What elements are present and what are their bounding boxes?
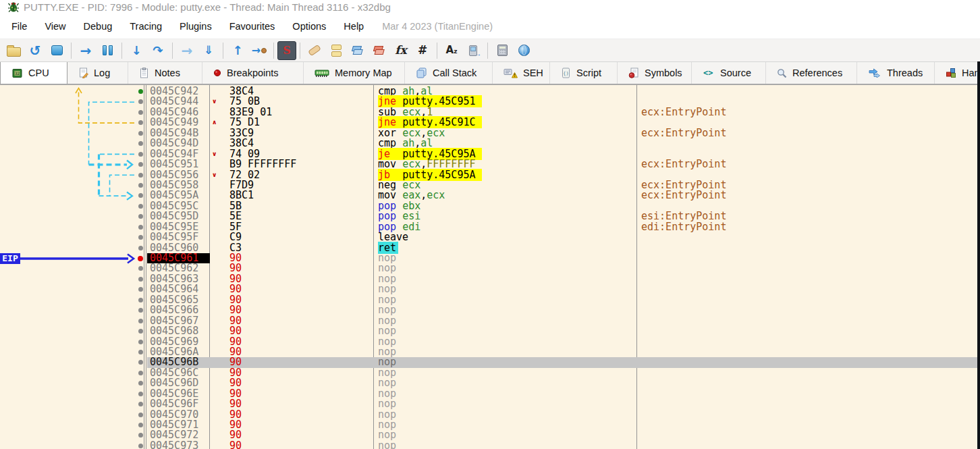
breakpoint-bullet[interactable] [138,235,143,240]
comment-icon[interactable] [325,41,347,60]
breakpoint-bullet[interactable] [138,99,143,104]
disasm-row[interactable]: 0045C96690nop [0,305,980,315]
bookmark-icon[interactable] [369,41,390,60]
tab-notes[interactable]: Notes [128,62,202,84]
disasm-row[interactable]: 0045C944∨75 0Bjne putty.45C951 [0,97,980,107]
hash-icon[interactable]: # [412,41,433,60]
tab-threads[interactable]: Threads [857,62,935,84]
menu-file[interactable]: File [3,18,36,34]
breakpoint-bullet[interactable] [138,423,143,427]
breakpoint-bullet[interactable] [138,287,143,292]
run-to-user-code-icon[interactable]: ⇓ [198,41,219,60]
disasm-row[interactable]: 0045C94683E9 01sub ecx,1ecx:EntryPoint [0,107,980,117]
disasm-row[interactable]: 0045C96990nop [0,337,980,347]
disasm-row[interactable]: 0045C96F90nop [0,399,980,409]
breakpoint-bullet[interactable] [138,89,143,94]
disasm-row[interactable]: 0045C96490nop [0,284,980,294]
breakpoint-bullet[interactable] [138,392,143,396]
disasm-row[interactable]: 0045C97090nop [0,410,980,420]
disasm-row[interactable]: 0045C96890nop [0,326,980,336]
disasm-row[interactable]: 0045C94F∨74 09je putty.45C95A [0,149,980,159]
breakpoint-bullet[interactable] [138,246,143,250]
breakpoint-bullet[interactable] [138,360,143,365]
disasm-row[interactable]: 0045C96590nop [0,295,980,305]
breakpoint-bullet[interactable] [138,152,143,157]
breakpoint-bullet[interactable] [138,329,143,334]
menu-view[interactable]: View [36,18,74,34]
tab-cpu[interactable]: 32CPU [0,62,67,84]
open-file-icon[interactable] [3,41,24,60]
breakpoint-bullet[interactable] [138,162,143,167]
disasm-row[interactable]: 0045C96E90nop [0,389,980,399]
disasm-row[interactable]: 0045C95FC9leave [0,232,980,242]
trace-icon[interactable]: S [277,41,296,60]
breakpoint-bullet[interactable] [138,350,143,354]
tab-handles[interactable]: Handles [935,62,980,84]
breakpoint-bullet[interactable] [138,173,143,178]
tab-symbols[interactable]: Symbols [618,62,692,84]
disasm-row[interactable]: 0045C95A8BC1mov eax,ecxecx:EntryPoint [0,190,980,201]
execute-till-return-icon[interactable]: → [176,41,198,60]
tab-log[interactable]: Log [67,62,128,84]
breakpoint-bullet[interactable] [138,266,143,271]
disasm-row[interactable]: 0045C956∨72 02jb putty.45C95A [0,170,980,180]
menu-plugins[interactable]: Plugins [171,18,221,34]
breakpoint-bullet[interactable] [138,225,143,230]
menu-debug[interactable]: Debug [75,18,121,34]
disasm-row[interactable]: 0045C949∧75 D1jne putty.45C91C [0,117,980,128]
restart-icon[interactable]: ↺ [24,41,46,60]
breakpoint-bullet[interactable] [138,298,143,302]
website-icon[interactable] [513,41,535,60]
disasm-row[interactable]: 0045C95E5Fpop ediedi:EntryPoint [0,222,980,232]
breakpoint-bullet[interactable] [138,204,143,209]
tab-memory-map[interactable]: Memory Map [304,62,405,84]
disasm-row[interactable]: 0045C96390nop [0,274,980,284]
pause-icon[interactable] [97,41,118,60]
tab-references[interactable]: References [766,62,857,84]
step-over-icon[interactable]: ↷ [147,41,169,60]
breakpoint-bullet[interactable] [138,319,143,323]
disasm-row[interactable]: 0045C97190nop [0,420,980,430]
breakpoint-bullet[interactable] [138,413,143,417]
disasm-row[interactable]: 0045C95C5Bpop ebx [0,201,980,211]
breakpoint-bullet[interactable] [138,131,143,136]
disasm-row[interactable]: 0045C96D90nop [0,378,980,388]
breakpoint-bullet[interactable] [138,183,143,188]
step-into-icon[interactable]: ↓ [126,41,147,60]
disasm-row[interactable]: 0045C96290nop [0,263,980,273]
breakpoint-bullet[interactable] [138,110,143,115]
breakpoint-bullet[interactable] [138,308,143,313]
run-icon[interactable]: → [75,41,97,60]
breakpoint-bullet[interactable] [138,214,143,219]
menu-options[interactable]: Options [283,18,335,34]
breakpoint-bullet[interactable] [138,340,143,344]
tab-seh[interactable]: !SEH [493,62,550,84]
tab-call-stack[interactable]: Call Stack [405,62,493,84]
breakpoint-bullet[interactable] [138,141,143,146]
disasm-row[interactable]: 0045C97390nop [0,441,980,449]
disasm-row[interactable]: 0045C96C90nop [0,368,980,378]
disasm-row[interactable]: 0045C94238C4cmp ah,al [0,86,980,97]
disasm-row[interactable]: 0045C96A90nop [0,347,980,357]
breakpoint-bullet[interactable] [138,433,143,438]
disasm-row[interactable]: 0045C95D5Epop esiesi:EntryPoint [0,211,980,221]
tab-script[interactable]: {)Script [550,62,618,84]
close-icon[interactable] [46,41,67,60]
disasm-row[interactable]: 0045C94D38C4cmp ah,al [0,138,980,149]
breakpoint-bullet[interactable] [138,371,143,375]
attach-icon[interactable] [462,41,484,60]
disasm-row[interactable]: 0045C96790nop [0,316,980,326]
tab-breakpoints[interactable]: Breakpoints [202,62,304,84]
disasm-row[interactable]: 0045C958F7D9neg ecxecx:EntryPoint [0,180,980,190]
run-until-expression-icon[interactable]: → [248,41,270,60]
breakpoint-bullet[interactable] [138,256,143,261]
patch-icon[interactable] [304,41,325,60]
disasm-row[interactable]: 0045C94B33C9xor ecx,ecxecx:EntryPoint [0,128,980,138]
disasm-row[interactable]: 0045C951B9 FFFFFFFFmov ecx,FFFFFFFFecx:E… [0,159,980,169]
breakpoint-bullet[interactable] [138,444,143,448]
disasm-row[interactable]: 0045C96190nop [0,253,980,263]
label-icon[interactable] [347,41,369,60]
menu-help[interactable]: Help [335,18,373,34]
disasm-row[interactable]: 0045C97290nop [0,430,980,440]
breakpoint-bullet[interactable] [138,193,143,198]
